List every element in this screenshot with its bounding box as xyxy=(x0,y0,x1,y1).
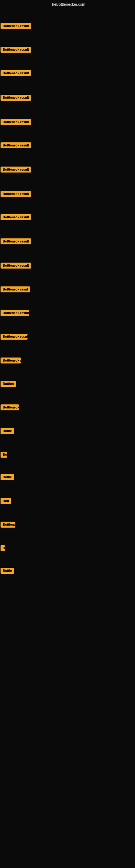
result-row-19: Bo xyxy=(1,452,7,459)
bottleneck-badge-21[interactable]: Bott xyxy=(1,498,11,504)
result-row-23: B xyxy=(1,545,5,552)
result-row-20: Bottle xyxy=(1,474,14,481)
result-row-14: Bottleneck resul xyxy=(1,334,28,341)
site-title: TheBottlenecker.com xyxy=(0,0,135,8)
result-row-3: Bottleneck result xyxy=(1,70,31,77)
result-row-17: Bottleneck xyxy=(1,404,19,411)
bottleneck-badge-1[interactable]: Bottleneck result xyxy=(1,23,31,29)
result-row-24: Bottle xyxy=(1,568,14,575)
result-row-10: Bottleneck result xyxy=(1,239,31,246)
result-row-22: Bottlene xyxy=(1,522,15,529)
bottleneck-badge-12[interactable]: Bottleneck resul xyxy=(1,286,30,292)
result-row-13: Bottleneck result xyxy=(1,310,29,317)
bottleneck-badge-24[interactable]: Bottle xyxy=(1,568,14,574)
result-row-2: Bottleneck result xyxy=(1,46,31,54)
result-row-4: Bottleneck result xyxy=(1,95,31,102)
bottleneck-badge-10[interactable]: Bottleneck result xyxy=(1,239,31,244)
bottleneck-badge-5[interactable]: Bottleneck result xyxy=(1,119,31,125)
result-row-7: Bottleneck result xyxy=(1,166,31,174)
bottleneck-badge-9[interactable]: Bottleneck result xyxy=(1,214,31,220)
result-row-21: Bott xyxy=(1,498,11,505)
bottleneck-badge-16[interactable]: Bottlen xyxy=(1,381,16,387)
bottleneck-badge-15[interactable]: Bottleneck r xyxy=(1,358,21,364)
bottleneck-badge-11[interactable]: Bottleneck result xyxy=(1,262,31,269)
result-row-9: Bottleneck result xyxy=(1,214,31,221)
result-row-12: Bottleneck resul xyxy=(1,286,30,293)
bottleneck-badge-4[interactable]: Bottleneck result xyxy=(1,95,31,101)
bottleneck-badge-3[interactable]: Bottleneck result xyxy=(1,70,31,76)
result-row-15: Bottleneck r xyxy=(1,358,21,365)
bottleneck-badge-22[interactable]: Bottlene xyxy=(1,522,15,528)
bottleneck-badge-17[interactable]: Bottleneck xyxy=(1,404,19,410)
bottleneck-badge-23[interactable]: B xyxy=(1,545,5,551)
bottleneck-badge-18[interactable]: Bottle xyxy=(1,428,14,434)
bottleneck-badge-7[interactable]: Bottleneck result xyxy=(1,166,31,173)
bottleneck-badge-13[interactable]: Bottleneck result xyxy=(1,310,29,316)
result-row-5: Bottleneck result xyxy=(1,119,31,126)
bottleneck-badge-6[interactable]: Bottleneck result xyxy=(1,143,31,148)
bottleneck-badge-19[interactable]: Bo xyxy=(1,452,7,458)
result-row-8: Bottleneck result xyxy=(1,191,31,198)
result-row-18: Bottle xyxy=(1,428,14,435)
result-row-1: Bottleneck result xyxy=(1,23,31,30)
result-row-16: Bottlen xyxy=(1,381,16,388)
result-row-11: Bottleneck result xyxy=(1,262,31,270)
result-row-6: Bottleneck result xyxy=(1,143,31,150)
bottleneck-badge-8[interactable]: Bottleneck result xyxy=(1,191,31,197)
bottleneck-badge-14[interactable]: Bottleneck resul xyxy=(1,334,28,340)
bottleneck-badge-20[interactable]: Bottle xyxy=(1,474,14,480)
bottleneck-badge-2[interactable]: Bottleneck result xyxy=(1,46,31,53)
results-container: Bottleneck resultBottleneck resultBottle… xyxy=(0,8,135,868)
